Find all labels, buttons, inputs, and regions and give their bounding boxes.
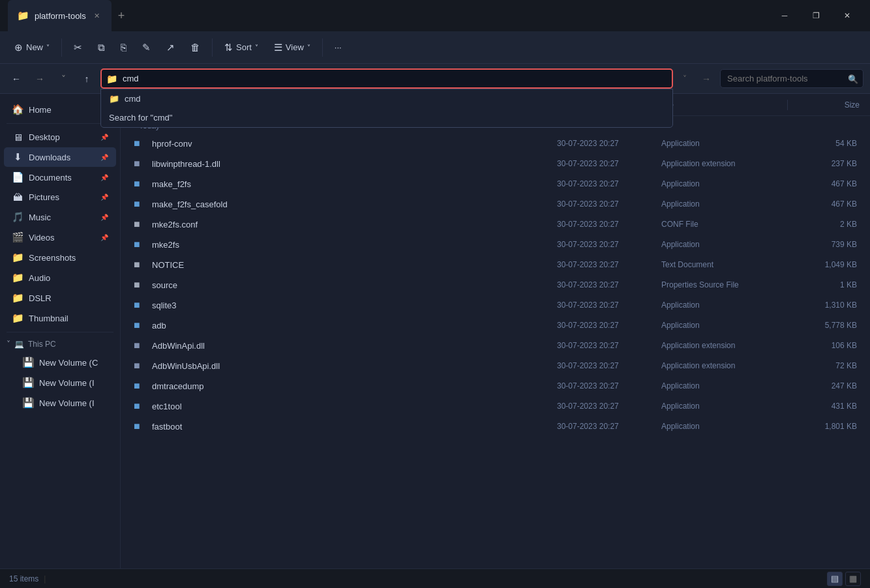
address-bar[interactable] <box>100 68 673 89</box>
audio-icon: 📁 <box>12 272 23 284</box>
file-row[interactable]: ■ fastboot 30-07-2023 20:27 Application … <box>123 417 867 436</box>
toolbar-separator-1 <box>61 38 62 57</box>
suggest-folder-icon: 📁 <box>109 94 119 104</box>
sidebar-item-pictures[interactable]: 🏔 Pictures 📌 <box>4 188 116 207</box>
file-row[interactable]: ■ hprof-conv 30-07-2023 20:27 Applicatio… <box>123 134 867 153</box>
toolbar: ⊕ New ˅ ✂ ⧉ ⎘ ✎ ↗ 🗑 ⇅ Sort ˅ ☰ View ˅ ··… <box>0 31 870 64</box>
sidebar-item-new-volume-1[interactable]: 💾 New Volume (C <box>4 353 116 372</box>
file-type: Application <box>661 179 792 188</box>
file-name: AdbWinUsbApi.dll <box>152 361 557 371</box>
share-button[interactable]: ↗ <box>160 38 181 57</box>
view-button[interactable]: ☰ View ˅ <box>267 38 317 57</box>
file-row[interactable]: ■ mke2fs 30-07-2023 20:27 Application 73… <box>123 235 867 254</box>
new-tab-button[interactable]: + <box>112 9 132 23</box>
forward-button[interactable]: → <box>30 69 50 89</box>
sidebar-item-desktop[interactable]: 🖥 Desktop 📌 <box>4 128 116 147</box>
file-row[interactable]: ■ AdbWinUsbApi.dll 30-07-2023 20:27 Appl… <box>123 356 867 375</box>
address-dropdown-button[interactable]: ˅ <box>677 71 693 87</box>
file-row[interactable]: ■ source 30-07-2023 20:27 Properties Sou… <box>123 275 867 295</box>
more-button[interactable]: ··· <box>328 38 348 56</box>
copy-button[interactable]: ⧉ <box>91 38 112 57</box>
col-header-size: Size <box>794 100 860 110</box>
list-view-button[interactable]: ▤ <box>827 572 843 586</box>
title-bar: 📁 platform-tools ✕ + ─ ❐ ✕ <box>0 0 870 31</box>
sidebar-this-pc-section[interactable]: ˅ 💻 This PC <box>0 336 120 352</box>
cut-button[interactable]: ✂ <box>67 38 89 57</box>
downloads-icon: ⬇ <box>12 151 23 163</box>
grid-view-button[interactable]: ▦ <box>845 572 861 586</box>
file-date: 30-07-2023 20:27 <box>557 240 661 249</box>
file-icon: ■ <box>134 158 147 169</box>
sidebar-item-thumbnail[interactable]: 📁 Thumbnail <box>4 308 116 328</box>
sidebar-item-dslr[interactable]: 📁 DSLR <box>4 288 116 308</box>
new-label: New <box>26 42 43 52</box>
file-row[interactable]: ■ mke2fs.conf 30-07-2023 20:27 CONF File… <box>123 214 867 234</box>
tab-close-button[interactable]: ✕ <box>91 10 102 22</box>
file-row[interactable]: ■ adb 30-07-2023 20:27 Application 5,778… <box>123 316 867 335</box>
sidebar-item-downloads[interactable]: ⬇ Downloads 📌 <box>4 147 116 167</box>
sidebar-thumbnail-label: Thumbnail <box>29 314 68 323</box>
history-button[interactable]: ˅ <box>53 69 73 89</box>
file-date: 30-07-2023 20:27 <box>557 179 661 188</box>
forward-icon: → <box>35 74 44 84</box>
file-date: 30-07-2023 20:27 <box>557 301 661 310</box>
sidebar-item-documents[interactable]: 📄 Documents 📌 <box>4 168 116 187</box>
new-plus-icon: ⊕ <box>14 42 23 53</box>
file-type: Application <box>661 321 792 330</box>
file-date: 30-07-2023 20:27 <box>557 199 661 209</box>
file-row[interactable]: ■ libwinpthread-1.dll 30-07-2023 20:27 A… <box>123 154 867 173</box>
downloads-pin-icon: 📌 <box>100 154 108 161</box>
sidebar-dslr-label: DSLR <box>29 293 52 303</box>
new-button[interactable]: ⊕ New ˅ <box>8 38 56 57</box>
file-row[interactable]: ■ make_f2fs 30-07-2023 20:27 Application… <box>123 174 867 194</box>
search-icon: 🔍 <box>848 74 858 83</box>
view-toggle: ▤ ▦ <box>827 572 861 586</box>
paste-icon: ⎘ <box>121 42 127 53</box>
sidebar-item-screenshots[interactable]: 📁 Screenshots <box>4 248 116 267</box>
sidebar-item-new-volume-2[interactable]: 💾 New Volume (I <box>4 373 116 392</box>
rename-button[interactable]: ✎ <box>136 38 157 57</box>
documents-pin-icon: 📌 <box>100 174 108 181</box>
file-size: 1,310 KB <box>792 301 857 310</box>
file-icon: ■ <box>134 279 147 291</box>
delete-icon: 🗑 <box>190 42 200 53</box>
sidebar-item-music[interactable]: 🎵 Music 📌 <box>4 207 116 227</box>
cut-icon: ✂ <box>74 42 82 53</box>
suggestion-cmd[interactable]: 📁 cmd <box>101 89 672 108</box>
active-tab[interactable]: 📁 platform-tools ✕ <box>8 0 112 31</box>
file-date: 30-07-2023 20:27 <box>557 361 661 370</box>
sidebar-item-audio[interactable]: 📁 Audio <box>4 268 116 287</box>
file-date: 30-07-2023 20:27 <box>557 220 661 229</box>
address-dropdown-icon: ˅ <box>683 74 687 83</box>
file-size: 247 KB <box>792 381 857 390</box>
file-row[interactable]: ■ etc1tool 30-07-2023 20:27 Application … <box>123 396 867 416</box>
file-type: Application extension <box>661 361 792 370</box>
thumbnail-icon: 📁 <box>12 312 23 324</box>
col-header-type: Type <box>657 100 787 110</box>
file-row[interactable]: ■ dmtracedump 30-07-2023 20:27 Applicati… <box>123 376 867 396</box>
close-button[interactable]: ✕ <box>832 5 862 26</box>
sidebar-item-videos[interactable]: 🎬 Videos 📌 <box>4 228 116 247</box>
file-size: 106 KB <box>792 341 857 350</box>
file-row[interactable]: ■ AdbWinApi.dll 30-07-2023 20:27 Applica… <box>123 336 867 355</box>
paste-button[interactable]: ⎘ <box>114 38 133 57</box>
sidebar-item-home[interactable]: 🏠 Home <box>4 100 116 119</box>
up-button[interactable]: ↑ <box>77 69 97 89</box>
search-input[interactable] <box>720 69 863 88</box>
file-row[interactable]: ■ sqlite3 30-07-2023 20:27 Application 1… <box>123 295 867 315</box>
list-view-icon: ▤ <box>831 574 839 583</box>
sidebar-item-new-volume-3[interactable]: 💾 New Volume (I <box>4 393 116 413</box>
file-row[interactable]: ■ make_f2fs_casefold 30-07-2023 20:27 Ap… <box>123 194 867 214</box>
file-row[interactable]: ■ NOTICE 30-07-2023 20:27 Text Document … <box>123 255 867 274</box>
minimize-button[interactable]: ─ <box>770 5 800 26</box>
status-sep: | <box>44 574 46 583</box>
new-chevron-icon: ˅ <box>46 44 50 51</box>
screenshots-icon: 📁 <box>12 252 23 263</box>
sort-button[interactable]: ⇅ Sort ˅ <box>218 38 265 57</box>
nav-go-button[interactable]: → <box>697 69 716 89</box>
delete-button[interactable]: 🗑 <box>184 38 207 57</box>
file-size: 739 KB <box>792 240 857 249</box>
maximize-button[interactable]: ❐ <box>801 5 831 26</box>
suggestion-search[interactable]: Search for "cmd" <box>101 108 672 127</box>
back-button[interactable]: ← <box>7 69 26 89</box>
